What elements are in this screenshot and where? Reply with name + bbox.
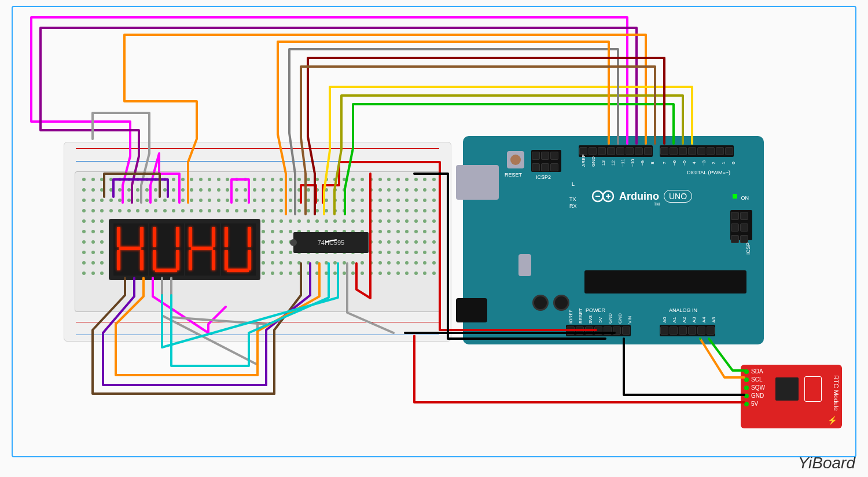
atmega-chip — [584, 270, 746, 293]
digital-header-1 — [579, 145, 653, 157]
reset-button[interactable] — [507, 151, 524, 168]
shift-register-chip: 74HC595 — [293, 232, 369, 253]
rtc-title: RTC Module — [833, 375, 840, 411]
seven-segment-display — [109, 219, 260, 280]
rtc-module: SDA SCL SQW GND 5V RTC Module ⚡ — [741, 365, 842, 428]
diagram-canvas: 74HC595 RESET ICSP2 AREFGND1312~11~10~98… — [0, 0, 868, 477]
arduino-uno: RESET ICSP2 AREFGND1312~11~10~98 7~6~54~… — [463, 136, 764, 344]
digital-header-2 — [660, 145, 734, 157]
watermark-text: YiBoard — [798, 454, 855, 472]
analog-header — [660, 325, 715, 336]
power-header — [566, 325, 631, 336]
reset-label: RESET — [505, 172, 522, 178]
arduino-logo-icon — [591, 189, 615, 203]
arduino-name: Arduino — [619, 190, 659, 203]
arduino-model-badge: UNO — [664, 190, 692, 203]
sparkfun-flame-icon: ⚡ — [827, 416, 837, 425]
